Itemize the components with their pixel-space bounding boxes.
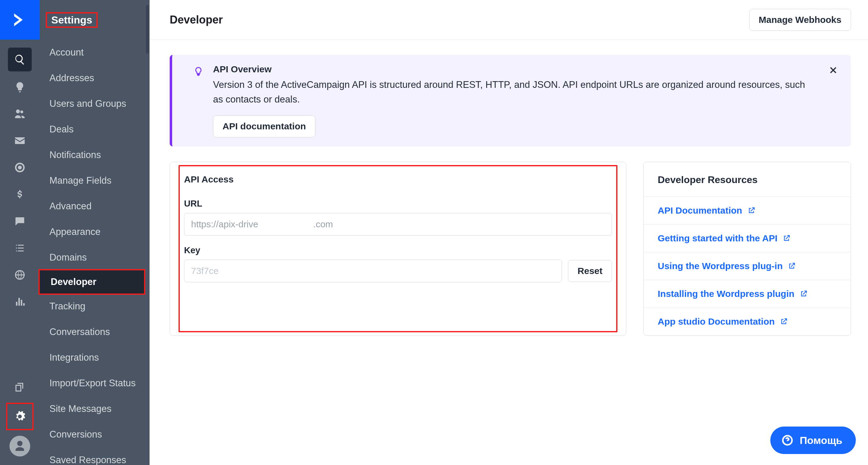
resource-link-label: Getting started with the API xyxy=(658,233,777,244)
api-key-input[interactable] xyxy=(184,260,562,282)
search-icon[interactable] xyxy=(8,48,32,71)
sidebar-item-appearance[interactable]: Appearance xyxy=(40,219,150,245)
banner-title: API Overview xyxy=(213,64,817,74)
api-overview-banner: API Overview Version 3 of the ActiveCamp… xyxy=(170,55,851,147)
resource-link-getting-started-with-the-api[interactable]: Getting started with the API xyxy=(644,224,850,252)
chevron-logo-icon xyxy=(11,11,28,28)
main-header: Developer Manage Webhooks xyxy=(150,0,868,40)
brand-logo[interactable] xyxy=(0,0,40,40)
list-icon[interactable] xyxy=(8,237,31,259)
settings-sidebar: Settings AccountAddressesUsers and Group… xyxy=(40,0,150,465)
manage-webhooks-button[interactable]: Manage Webhooks xyxy=(749,9,851,31)
banner-text: Version 3 of the ActiveCampaign API is s… xyxy=(213,78,817,107)
target-icon[interactable] xyxy=(8,156,31,179)
api-url-input[interactable] xyxy=(184,213,612,236)
external-link-icon xyxy=(799,289,808,298)
sidebar-item-domains[interactable]: Domains xyxy=(40,245,150,270)
external-link-icon xyxy=(787,262,796,270)
reset-button[interactable]: Reset xyxy=(568,260,612,282)
resource-link-label: Installing the Wordpress plugin xyxy=(658,289,795,299)
developer-resources-panel: Developer Resources API DocumentationGet… xyxy=(643,162,851,336)
help-label: Помощь xyxy=(800,434,842,446)
sidebar-item-advanced[interactable]: Advanced xyxy=(40,193,150,219)
sidebar-item-conversions[interactable]: Conversions xyxy=(40,422,150,447)
sidebar-item-integrations[interactable]: Integrations xyxy=(40,345,150,370)
resource-link-label: App studio Documentation xyxy=(658,316,775,327)
sidebar-item-addresses[interactable]: Addresses xyxy=(40,65,150,91)
external-link-icon xyxy=(782,234,791,243)
resource-link-api-documentation[interactable]: API Documentation xyxy=(644,196,850,224)
close-icon[interactable] xyxy=(827,63,840,77)
sidebar-item-conversations[interactable]: Conversations xyxy=(40,319,150,345)
resource-link-app-studio-documentation[interactable]: App studio Documentation xyxy=(644,308,850,335)
dollar-icon[interactable] xyxy=(8,183,31,206)
sidebar-item-import-export-status[interactable]: Import/Export Status xyxy=(40,370,150,396)
external-link-icon xyxy=(779,317,788,326)
resource-link-using-the-wordpress-plug-in[interactable]: Using the Wordpress plug-in xyxy=(644,252,850,280)
page-title: Developer xyxy=(170,13,223,26)
globe-icon[interactable] xyxy=(8,264,31,286)
help-button[interactable]: Помощь xyxy=(770,427,856,454)
resource-link-label: Using the Wordpress plug-in xyxy=(658,261,782,271)
api-access-title: API Access xyxy=(184,174,612,185)
contacts-icon[interactable] xyxy=(8,102,31,125)
resource-link-installing-the-wordpress-plugin[interactable]: Installing the Wordpress plugin xyxy=(644,280,850,308)
reports-icon[interactable] xyxy=(8,290,31,313)
chat-icon[interactable] xyxy=(8,210,31,232)
lightbulb-outline-icon xyxy=(192,65,205,78)
avatar[interactable] xyxy=(9,436,30,457)
main-area: Developer Manage Webhooks API Overview V… xyxy=(150,0,868,465)
sidebar-item-manage-fields[interactable]: Manage Fields xyxy=(40,168,150,193)
resource-link-label: API Documentation xyxy=(658,205,742,216)
sidebar-item-site-messages[interactable]: Site Messages xyxy=(40,396,150,422)
api-access-panel: API Access URL Key Reset xyxy=(170,162,626,336)
mail-icon[interactable] xyxy=(8,129,31,152)
sidebar-item-saved-responses[interactable]: Saved Responses xyxy=(40,447,150,465)
sidebar-item-developer[interactable]: Developer xyxy=(38,269,145,295)
api-documentation-button[interactable]: API documentation xyxy=(213,115,315,137)
icon-rail xyxy=(0,0,40,465)
sidebar-item-notifications[interactable]: Notifications xyxy=(40,142,150,168)
external-link-icon xyxy=(747,206,756,215)
copy-icon[interactable] xyxy=(8,376,31,399)
help-icon xyxy=(781,434,794,446)
lightbulb-icon[interactable] xyxy=(8,76,31,98)
resources-title: Developer Resources xyxy=(658,174,837,186)
sidebar-title-text: Settings xyxy=(51,14,92,26)
key-label: Key xyxy=(184,245,612,255)
sidebar-item-deals[interactable]: Deals xyxy=(40,117,150,142)
sidebar-item-account[interactable]: Account xyxy=(40,40,150,65)
url-label: URL xyxy=(184,198,612,209)
sidebar-item-users-and-groups[interactable]: Users and Groups xyxy=(40,91,150,117)
gear-icon[interactable] xyxy=(6,403,34,430)
sidebar-title: Settings xyxy=(40,0,150,40)
sidebar-item-tracking[interactable]: Tracking xyxy=(40,293,150,319)
sidebar-scrollbar[interactable] xyxy=(145,0,150,465)
